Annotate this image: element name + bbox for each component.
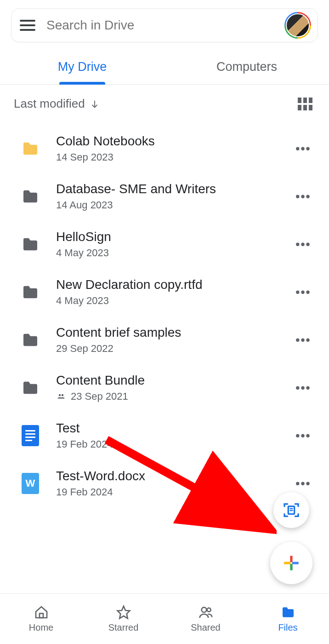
scan-icon	[282, 501, 301, 519]
avatar-image	[286, 13, 310, 37]
file-name: Database- SME and Writers	[56, 182, 278, 196]
word-doc-icon: W	[22, 473, 39, 494]
more-options-icon[interactable]: •••	[294, 381, 312, 395]
more-options-icon[interactable]: •••	[294, 285, 312, 299]
folder-icon	[280, 605, 296, 620]
svg-point-1	[59, 394, 61, 397]
svg-point-14	[201, 607, 206, 612]
file-row[interactable]: Content brief samples 29 Sep 2022 •••	[0, 316, 329, 364]
hamburger-menu-icon[interactable]	[20, 20, 37, 31]
add-new-button[interactable]	[270, 542, 312, 584]
folder-icon	[20, 187, 40, 206]
file-row[interactable]: New Declaration copy.rtfd 4 May 2023 •••	[0, 268, 329, 316]
file-date: 19 Feb 2024	[56, 486, 113, 498]
file-row[interactable]: Test 19 Feb 2024 •••	[0, 412, 329, 460]
shared-icon	[56, 392, 66, 401]
nav-files[interactable]: Files	[247, 594, 329, 644]
file-row[interactable]: Database- SME and Writers 14 Aug 2023 ••…	[0, 172, 329, 220]
account-avatar[interactable]	[284, 12, 311, 39]
folder-icon	[20, 235, 40, 253]
location-tabs: My Drive Computers	[0, 52, 329, 85]
file-date: 14 Sep 2023	[56, 151, 113, 163]
svg-rect-7	[290, 564, 292, 570]
file-row[interactable]: HelloSign 4 May 2023 •••	[0, 220, 329, 268]
folder-icon	[20, 283, 40, 301]
svg-marker-13	[117, 606, 130, 619]
sort-button[interactable]: Last modified	[14, 97, 100, 111]
view-grid-icon[interactable]	[298, 98, 312, 110]
svg-rect-6	[290, 556, 292, 562]
more-options-icon[interactable]: •••	[294, 429, 312, 443]
search-input[interactable]	[46, 18, 284, 33]
tab-label: Computers	[216, 60, 277, 74]
more-options-icon[interactable]: •••	[294, 477, 312, 491]
nav-home[interactable]: Home	[0, 594, 82, 644]
google-doc-icon	[22, 425, 39, 446]
nav-label: Home	[29, 622, 53, 633]
svg-point-2	[62, 394, 64, 397]
plus-icon	[282, 553, 301, 573]
file-date: 14 Aug 2023	[56, 199, 113, 211]
arrow-down-icon	[90, 99, 100, 109]
nav-label: Files	[278, 622, 297, 633]
sort-label: Last modified	[14, 97, 85, 111]
file-name: Content brief samples	[56, 325, 278, 340]
people-icon	[198, 605, 214, 620]
tab-my-drive[interactable]: My Drive	[0, 52, 164, 84]
file-row[interactable]: Content Bundle 23 Sep 2021 •••	[0, 364, 329, 412]
file-date: 4 May 2023	[56, 295, 109, 307]
more-options-icon[interactable]: •••	[294, 142, 312, 156]
folder-icon	[20, 139, 40, 158]
nav-starred[interactable]: Starred	[82, 594, 164, 644]
nav-label: Starred	[108, 622, 139, 633]
nav-label: Shared	[191, 622, 221, 633]
file-name: Colab Notebooks	[56, 134, 278, 149]
file-row[interactable]: Colab Notebooks 14 Sep 2023 •••	[0, 125, 329, 172]
scan-button[interactable]	[273, 492, 309, 528]
more-options-icon[interactable]: •••	[294, 190, 312, 204]
star-icon	[115, 605, 132, 620]
svg-rect-12	[40, 614, 43, 618]
home-icon	[33, 605, 50, 620]
nav-shared[interactable]: Shared	[164, 594, 247, 644]
folder-icon	[20, 331, 40, 349]
folder-icon	[20, 379, 40, 397]
svg-rect-8	[284, 562, 290, 564]
more-options-icon[interactable]: •••	[294, 333, 312, 347]
tab-label: My Drive	[58, 60, 107, 74]
file-date: 19 Feb 2024	[56, 438, 113, 450]
file-name: HelloSign	[56, 230, 278, 244]
svg-rect-9	[292, 562, 299, 564]
file-name: New Declaration copy.rtfd	[56, 277, 278, 292]
file-date: 23 Sep 2021	[71, 391, 128, 402]
file-name: Test-Word.docx	[56, 469, 278, 483]
search-bar[interactable]	[11, 8, 318, 42]
file-date: 29 Sep 2022	[56, 343, 113, 355]
tab-computers[interactable]: Computers	[164, 52, 329, 84]
bottom-nav: Home Starred Shared Files	[0, 593, 329, 644]
file-date: 4 May 2023	[56, 247, 109, 259]
svg-point-15	[207, 608, 210, 612]
more-options-icon[interactable]: •••	[294, 237, 312, 252]
file-name: Content Bundle	[56, 373, 278, 388]
file-name: Test	[56, 421, 278, 436]
